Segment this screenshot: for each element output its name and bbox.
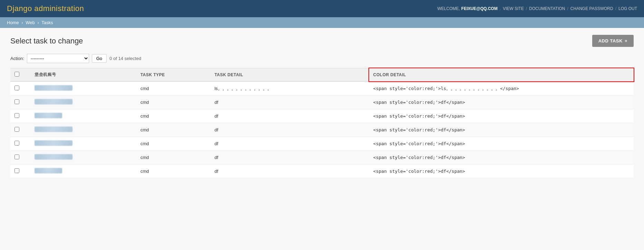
table-row: cmddf<span style='color:red;'>df</span> [10, 151, 634, 164]
row-checkbox-cell [10, 151, 30, 164]
row-hostname [30, 109, 136, 123]
row-checkbox[interactable] [15, 86, 19, 90]
select-all-checkbox[interactable] [15, 72, 19, 77]
welcome-text: WELCOME, [438, 6, 460, 11]
row-checkbox-cell [10, 137, 30, 151]
row-color-detail: <span style='color:red;'>df</span> [369, 109, 634, 123]
table-wrapper: 堡垒机账号 TASK TYPE TASK DETAIL COLOR DETAIL… [10, 68, 634, 178]
row-task-detail: df [210, 151, 369, 164]
breadcrumb-bar: Home › Web › Tasks [0, 17, 644, 28]
redacted-hostname [35, 140, 73, 146]
row-color-detail: <span style='color:red;'>df</span> [369, 96, 634, 109]
row-checkbox[interactable] [15, 127, 19, 132]
th-hostname[interactable]: 堡垒机账号 [30, 68, 136, 82]
row-checkbox[interactable] [15, 141, 19, 146]
row-task-type: cmd [136, 109, 211, 123]
row-task-type: cmd [136, 137, 211, 151]
row-checkbox-cell [10, 96, 30, 109]
breadcrumb-web[interactable]: Web [26, 20, 35, 25]
row-hostname [30, 96, 136, 109]
row-task-type: cmd [136, 81, 211, 96]
tasks-table: 堡垒机账号 TASK TYPE TASK DETAIL COLOR DETAIL… [10, 68, 634, 178]
row-checkbox-cell [10, 109, 30, 123]
redacted-hostname [35, 85, 73, 91]
page-title: Select task to change [10, 37, 83, 46]
header: Django administration WELCOME, FEIXUE@QQ… [0, 0, 644, 17]
action-select[interactable]: --------- [27, 54, 89, 63]
row-color-detail: <span style='color:red;'>ls。。。。。。。。。。。。<… [369, 81, 634, 96]
add-task-button[interactable]: ADD TASK + [592, 35, 634, 47]
row-task-detail: ls。。。。。。。。。。。。 [210, 81, 369, 96]
row-checkbox[interactable] [15, 154, 19, 159]
row-color-detail: <span style='color:red;'>df</span> [369, 123, 634, 137]
row-checkbox[interactable] [15, 168, 19, 173]
site-title: Django administration [7, 4, 84, 13]
row-checkbox[interactable] [15, 99, 19, 104]
table-row: cmddf<span style='color:red;'>df</span> [10, 123, 634, 137]
row-checkbox[interactable] [15, 113, 19, 118]
change-password-link[interactable]: CHANGE PASSWORD [570, 6, 613, 11]
redacted-hostname [35, 168, 62, 173]
row-hostname [30, 137, 136, 151]
selected-count: 0 of 14 selected [109, 56, 141, 61]
table-header-row: 堡垒机账号 TASK TYPE TASK DETAIL COLOR DETAIL [10, 68, 634, 82]
row-color-detail: <span style='color:red;'>df</span> [369, 137, 634, 151]
row-task-type: cmd [136, 151, 211, 164]
header-nav: WELCOME, FEIXUE@QQ.COM . VIEW SITE / DOC… [438, 6, 637, 11]
table-row: cmddf<span style='color:red;'>df</span> [10, 164, 634, 178]
action-label: Action: [10, 56, 24, 61]
redacted-hostname [35, 99, 73, 104]
breadcrumb-current: Tasks [41, 20, 53, 25]
th-task-detail[interactable]: TASK DETAIL [210, 68, 369, 82]
row-task-detail: df [210, 96, 369, 109]
table-row: cmdls。。。。。。。。。。。。<span style='color:red;… [10, 81, 634, 96]
row-task-detail: df [210, 137, 369, 151]
row-task-type: cmd [136, 96, 211, 109]
add-task-label: ADD TASK [598, 38, 623, 43]
row-hostname [30, 151, 136, 164]
redacted-hostname [35, 127, 73, 132]
th-color-detail[interactable]: COLOR DETAIL [369, 68, 634, 82]
add-task-icon: + [625, 38, 627, 43]
table-row: cmddf<span style='color:red;'>df</span> [10, 137, 634, 151]
th-checkbox [10, 68, 30, 82]
row-hostname [30, 123, 136, 137]
user-email: FEIXUE@QQ.COM [461, 6, 498, 11]
view-site-link[interactable]: VIEW SITE [503, 6, 524, 11]
row-color-detail: <span style='color:red;'>df</span> [369, 164, 634, 178]
row-task-detail: df [210, 123, 369, 137]
row-task-type: cmd [136, 123, 211, 137]
row-checkbox-cell [10, 123, 30, 137]
row-hostname [30, 81, 136, 96]
go-button[interactable]: Go [92, 54, 107, 63]
breadcrumb-home[interactable]: Home [7, 20, 19, 25]
row-hostname [30, 164, 136, 178]
row-task-detail: df [210, 164, 369, 178]
redacted-hostname [35, 113, 62, 118]
table-row: cmddf<span style='color:red;'>df</span> [10, 96, 634, 109]
row-task-type: cmd [136, 164, 211, 178]
documentation-link[interactable]: DOCUMENTATION [529, 6, 565, 11]
row-color-detail: <span style='color:red;'>df</span> [369, 151, 634, 164]
th-task-type[interactable]: TASK TYPE [136, 68, 211, 82]
log-out-link[interactable]: LOG OUT [618, 6, 637, 11]
main-content: Select task to change ADD TASK + Action:… [0, 28, 644, 247]
row-task-detail: df [210, 109, 369, 123]
row-checkbox-cell [10, 164, 30, 178]
row-checkbox-cell [10, 81, 30, 96]
redacted-hostname [35, 154, 73, 160]
page-title-row: Select task to change ADD TASK + [10, 35, 634, 47]
action-bar: Action: --------- Go 0 of 14 selected [10, 54, 634, 63]
table-row: cmddf<span style='color:red;'>df</span> [10, 109, 634, 123]
